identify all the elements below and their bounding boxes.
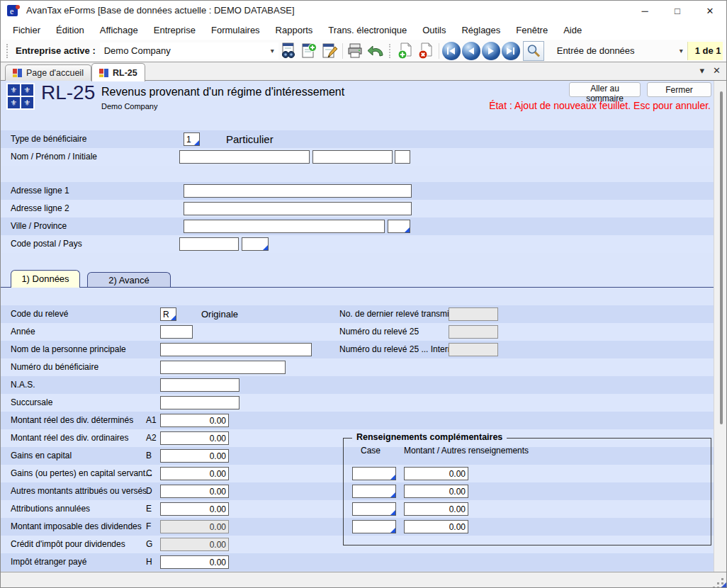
toolbar-separator (439, 43, 439, 59)
corner-resize-icon[interactable] (720, 582, 726, 588)
tab-donnees[interactable]: 1) Données (11, 270, 80, 288)
amount-input-c[interactable] (160, 467, 229, 480)
delete-slip-button[interactable] (416, 41, 436, 61)
field-label: Code postal / Pays (11, 235, 82, 253)
case-combo[interactable] (352, 485, 396, 498)
toolbar-grip (6, 44, 10, 58)
undo-button[interactable] (366, 41, 386, 61)
vertical-scrollbar[interactable] (714, 81, 726, 572)
field-label: Gains en capital (11, 447, 72, 465)
view-mode-select[interactable]: Entrée de données ▾ (553, 43, 687, 60)
beneficiary-number-input[interactable] (160, 361, 286, 374)
year-input[interactable] (160, 325, 193, 339)
nav-next-button[interactable] (482, 42, 500, 60)
tab-page-accueil[interactable]: Page d'accueil (5, 64, 91, 81)
close-button[interactable]: ✕ (694, 1, 726, 21)
add-slip-button[interactable] (395, 41, 416, 61)
add-slip-icon (396, 42, 415, 60)
initial-input[interactable] (395, 150, 410, 164)
amount-input-b[interactable] (160, 449, 229, 463)
close-form-button[interactable]: Fermer (647, 82, 711, 97)
field-label: No. de dernier relevé transmis (339, 305, 453, 323)
amount-input-e[interactable] (160, 502, 229, 516)
menu-item-outils[interactable]: Outils (415, 22, 453, 38)
address1-input[interactable] (184, 184, 412, 198)
city-input[interactable] (184, 220, 385, 233)
menu-item-affichage[interactable]: Affichage (92, 22, 146, 38)
case-input[interactable] (352, 502, 396, 516)
case-amount-input[interactable] (404, 467, 468, 480)
print-button[interactable] (345, 41, 366, 61)
field-label: Autres montants attribués ou versés (11, 482, 147, 500)
edit-company-button[interactable] (320, 41, 340, 61)
tab-close-icon[interactable]: ✕ (713, 65, 721, 76)
menu-item-reglages[interactable]: Réglages (453, 22, 508, 38)
go-to-summary-button[interactable]: Aller au sommaire (569, 82, 641, 97)
case-combo[interactable] (352, 520, 396, 533)
branch-input[interactable] (160, 396, 239, 409)
case-input[interactable] (352, 520, 396, 533)
postal-code-input[interactable] (179, 237, 239, 251)
principal-person-input[interactable] (160, 343, 312, 356)
maximize-button[interactable]: □ (661, 1, 694, 21)
box-letter: G (146, 536, 152, 553)
minimize-button[interactable]: ─ (629, 1, 661, 21)
last-name-input[interactable] (179, 150, 310, 164)
nav-previous-button[interactable] (462, 42, 480, 60)
menu-item-fichier[interactable]: Fichier (5, 22, 48, 38)
sin-input[interactable] (160, 378, 239, 392)
menu-bar: Fichier Édition Affichage Entreprise For… (1, 21, 726, 40)
form-rl25: ⚜⚜⚜⚜ RL-25 Revenus provenant d'un régime… (1, 81, 714, 572)
menu-item-aide[interactable]: Aide (556, 22, 590, 38)
case-input[interactable] (352, 485, 396, 498)
case-combo[interactable] (352, 467, 396, 480)
preview-button[interactable] (523, 41, 544, 61)
table-row: Impôt étranger payé H (1, 553, 714, 571)
case-amount-input[interactable] (404, 485, 468, 498)
case-amount-input[interactable] (404, 502, 468, 516)
field-label: Ville / Province (11, 217, 67, 235)
case-input[interactable] (352, 467, 396, 480)
tab-label: RL-25 (113, 68, 137, 78)
company-select[interactable]: Demo Company ▾ (100, 43, 278, 60)
province-combo[interactable] (388, 220, 410, 233)
combo-corner-icon (171, 315, 176, 320)
additional-info-row (344, 483, 711, 501)
tab-avance[interactable]: 2) Avancé (87, 272, 171, 288)
slip-code-combo[interactable] (160, 307, 176, 321)
scrollbar-thumb[interactable] (720, 91, 723, 424)
amount-input-a1[interactable] (160, 414, 229, 427)
case-combo[interactable] (352, 502, 396, 516)
find-company-button[interactable] (278, 41, 299, 61)
menu-item-formulaires[interactable]: Formulaires (203, 22, 268, 38)
menu-item-rapports[interactable]: Rapports (268, 22, 321, 38)
menu-item-entreprise[interactable]: Entreprise (146, 22, 203, 38)
app-icon: e (7, 4, 20, 17)
active-company-label: Entreprise active : (16, 45, 96, 56)
combo-corner-icon (390, 510, 395, 515)
beneficiary-type-combo[interactable] (184, 132, 200, 146)
menu-item-edition[interactable]: Édition (48, 22, 92, 38)
address2-input[interactable] (184, 202, 412, 215)
add-company-button[interactable] (299, 41, 320, 61)
case-amount-input[interactable] (404, 520, 468, 533)
menu-item-trans-electronique[interactable]: Trans. électronique (320, 22, 415, 38)
nav-last-button[interactable] (502, 42, 520, 60)
amount-input-h[interactable] (160, 555, 229, 569)
window-title: AvanTax eForms [Base de données actuelle… (26, 5, 295, 16)
groupbox-title: Renseignements complémentaires (352, 432, 507, 442)
tab-rl25[interactable]: RL-25 (91, 63, 145, 81)
amount-input-d[interactable] (160, 485, 229, 498)
resize-grip-icon[interactable] (717, 582, 719, 584)
menu-item-fenetre[interactable]: Fenêtre (508, 22, 556, 38)
toolbar-separator (389, 44, 393, 58)
country-combo[interactable] (242, 237, 269, 251)
box-letter: F (146, 518, 151, 536)
first-name-input[interactable] (312, 150, 393, 164)
nav-first-button[interactable] (442, 42, 461, 60)
combo-corner-icon (390, 492, 395, 497)
field-label: Numéro du bénéficiaire (11, 358, 98, 376)
amount-input-a2[interactable] (160, 431, 229, 445)
field-label: Adresse ligne 2 (11, 200, 69, 217)
tab-list-dropdown-icon[interactable]: ▾ (700, 65, 705, 76)
